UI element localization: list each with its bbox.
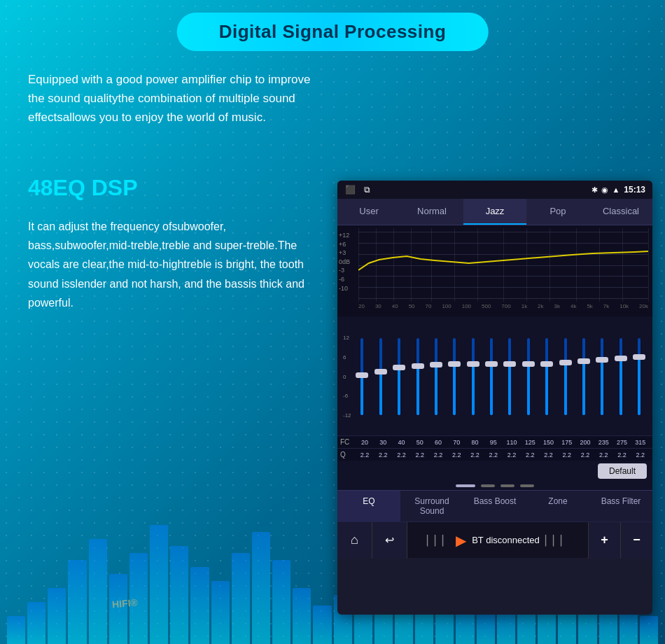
play-icon[interactable]: ▶: [456, 532, 466, 549]
bars-left-icon: ▏▏▏: [427, 535, 450, 546]
bottom-tabs: EQ Surround Sound Bass Boost Zone Bass F…: [337, 490, 652, 522]
q-val-12: 2.2: [559, 451, 575, 458]
q-val-16: 2.2: [633, 451, 648, 458]
page-dot-1: [456, 484, 475, 487]
q-val-8: 2.2: [486, 451, 501, 458]
bottom-tab-bass-filter[interactable]: Bass Filter: [589, 491, 652, 522]
status-bar-icons: ✱ ◉ ▲: [592, 186, 620, 195]
tab-classical[interactable]: Classical: [589, 199, 652, 225]
fc-values: 20 30 40 50 60 70 80 95 110 125 150 175 …: [356, 439, 650, 446]
back-button[interactable]: ↩: [372, 522, 407, 559]
fc-val-10: 125: [522, 439, 538, 446]
slider-1[interactable]: [353, 328, 371, 426]
location-icon: ◉: [601, 186, 608, 195]
title-box: Digital Signal Processing: [177, 13, 489, 51]
fc-val-15: 275: [615, 439, 630, 446]
tabs-row: User Normal Jazz Pop Classical: [337, 199, 652, 225]
home-button[interactable]: ⌂: [337, 522, 372, 559]
q-val-10: 2.2: [522, 451, 538, 458]
volume-down-button[interactable]: −: [620, 522, 652, 559]
q-val-14: 2.2: [596, 451, 611, 458]
q-values: 2.2 2.2 2.2 2.2 2.2 2.2 2.2 2.2 2.2 2.2 …: [356, 451, 650, 458]
slider-3[interactable]: [390, 328, 408, 426]
slider-2[interactable]: [372, 328, 390, 426]
slider-8[interactable]: [482, 328, 500, 426]
fc-val-9: 110: [504, 439, 519, 446]
slider-15[interactable]: [612, 328, 630, 426]
q-row: Q 2.2 2.2 2.2 2.2 2.2 2.2 2.2 2.2 2.2 2.…: [337, 448, 652, 461]
slider-scale: 12 6 0 -6 -12: [342, 335, 353, 419]
page-dot-3: [500, 484, 514, 487]
graph-grid: [358, 228, 648, 302]
fc-val-5: 60: [430, 439, 446, 446]
description-text: Equipped with a good power amplifier chi…: [28, 70, 322, 127]
pagination-dots: [337, 482, 652, 490]
signal-icon: ▲: [612, 186, 620, 194]
sliders-row: 12 6 0 -6 -12: [342, 321, 648, 433]
tab-normal[interactable]: Normal: [400, 199, 463, 225]
fc-val-1: 20: [357, 439, 372, 446]
slider-16[interactable]: [630, 328, 648, 426]
fc-val-2: 30: [375, 439, 391, 446]
graph-freq-labels: 20 30 40 50 70 100 100 500 700 1k 2k 3k …: [358, 302, 648, 309]
fc-val-12: 175: [559, 439, 575, 446]
fc-row: FC 20 30 40 50 60 70 80 95 110 125 150 1…: [337, 435, 652, 448]
slider-10[interactable]: [519, 328, 538, 426]
fc-val-16: 315: [633, 439, 648, 446]
q-val-13: 2.2: [578, 451, 593, 458]
q-val-3: 2.2: [394, 451, 410, 458]
bars-right-icon: ▏▏▏: [545, 535, 568, 546]
q-val-5: 2.2: [430, 451, 446, 458]
slider-7[interactable]: [464, 328, 482, 426]
copy-icon: ⧉: [361, 184, 372, 195]
eq-graph: +12 +6 +3 0dB -3 -6 -10: [337, 225, 652, 316]
fc-val-8: 95: [486, 439, 501, 446]
graph-y-labels: +12 +6 +3 0dB -3 -6 -10: [339, 231, 350, 293]
bottom-tab-bass-boost[interactable]: Bass Boost: [463, 491, 526, 522]
player-center: ▏▏▏ ▶ BT disconnected ▏▏▏: [407, 532, 588, 549]
q-val-11: 2.2: [541, 451, 556, 458]
default-button[interactable]: Default: [598, 463, 647, 479]
fc-label: FC: [340, 438, 356, 446]
back-icon: ↩: [385, 533, 394, 547]
player-bar: ⌂ ↩ ▏▏▏ ▶ BT disconnected ▏▏▏ + −: [337, 522, 652, 558]
dsp-screen: ⬛ ⧉ ✱ ◉ ▲ 15:13 User Normal Jazz Pop Cla…: [337, 181, 652, 615]
q-val-15: 2.2: [615, 451, 630, 458]
volume-up-icon: +: [601, 533, 608, 547]
tab-user[interactable]: User: [337, 199, 400, 225]
volume-up-button[interactable]: +: [588, 522, 620, 559]
watermark2: HIFI®: [111, 596, 138, 610]
tab-pop[interactable]: Pop: [526, 199, 589, 225]
q-val-7: 2.2: [468, 451, 483, 458]
bottom-tab-surround[interactable]: Surround Sound: [400, 491, 463, 522]
q-val-4: 2.2: [412, 451, 428, 458]
bottom-tab-zone[interactable]: Zone: [526, 491, 589, 522]
eq-curve-svg: [358, 228, 648, 302]
slider-13[interactable]: [575, 328, 593, 426]
fc-val-3: 40: [394, 439, 410, 446]
slider-12[interactable]: [556, 328, 575, 426]
page-title: Digital Signal Processing: [219, 21, 447, 42]
bottom-tab-eq[interactable]: EQ: [337, 491, 400, 522]
home-icon: ⌂: [351, 533, 358, 547]
status-bar-left: ⬛ ⧉: [344, 184, 372, 195]
q-val-6: 2.2: [449, 451, 464, 458]
q-label: Q: [340, 451, 356, 458]
slider-11[interactable]: [538, 328, 556, 426]
q-val-9: 2.2: [504, 451, 519, 458]
tab-jazz[interactable]: Jazz: [463, 199, 526, 225]
fc-val-4: 50: [412, 439, 428, 446]
slider-4[interactable]: [409, 328, 427, 426]
slider-9[interactable]: [500, 328, 519, 426]
slider-6[interactable]: [445, 328, 463, 426]
status-time: 15:13: [624, 185, 645, 195]
slider-5[interactable]: [427, 328, 445, 426]
body-text: It can adjust the frequency ofsubwoofer,…: [28, 217, 308, 312]
slider-14[interactable]: [593, 328, 611, 426]
fc-val-14: 235: [596, 439, 611, 446]
fc-val-11: 150: [541, 439, 556, 446]
default-btn-row: Default: [337, 461, 652, 482]
fc-val-13: 200: [578, 439, 593, 446]
screen-icon: ⬛: [344, 184, 356, 195]
page-dot-2: [481, 484, 495, 487]
